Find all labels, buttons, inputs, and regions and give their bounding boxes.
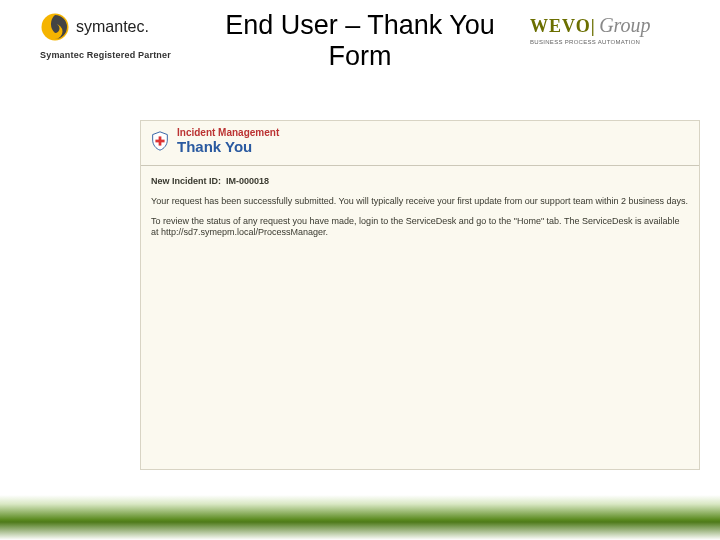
wevo-tagline: BUSINESS PROCESS AUTOMATION — [530, 39, 700, 45]
wevo-logo-block: WEVO| Group BUSINESS PROCESS AUTOMATION — [530, 14, 700, 45]
wevo-logo: WEVO| Group — [530, 14, 700, 37]
symantec-logo-block: symantec. Symantec Registered Partner — [40, 12, 190, 60]
incident-id-value: IM-000018 — [226, 176, 269, 186]
slide-title: End User – Thank You Form — [210, 10, 510, 72]
incident-id-line: New Incident ID: IM-000018 — [151, 176, 689, 186]
breadcrumb: Incident Management — [177, 127, 279, 138]
footer-bar — [0, 495, 720, 540]
slide: symantec. Symantec Registered Partner En… — [0, 0, 720, 540]
thank-you-panel: Incident Management Thank You New Incide… — [140, 120, 700, 470]
wevo-group: Group — [599, 14, 650, 36]
title-line-2: Form — [210, 41, 510, 72]
panel-body: New Incident ID: IM-000018 Your request … — [141, 166, 699, 257]
title-line-1: End User – Thank You — [210, 10, 510, 41]
symantec-wordmark: symantec. — [76, 18, 149, 36]
panel-header: Incident Management Thank You — [141, 121, 699, 166]
svg-rect-2 — [155, 140, 164, 143]
header: symantec. Symantec Registered Partner En… — [0, 8, 720, 78]
incident-shield-icon — [149, 130, 171, 152]
panel-header-texts: Incident Management Thank You — [177, 127, 279, 155]
confirmation-paragraph-2: To review the status of any request you … — [151, 216, 689, 239]
incident-id-label: New Incident ID: — [151, 176, 221, 186]
panel-heading: Thank You — [177, 138, 279, 155]
confirmation-paragraph-1: Your request has been successfully submi… — [151, 196, 689, 208]
symantec-tagline: Symantec Registered Partner — [40, 50, 190, 60]
symantec-swirl-icon — [40, 12, 70, 42]
symantec-logo: symantec. — [40, 12, 190, 42]
wevo-separator: | — [591, 16, 595, 36]
wevo-word: WEVO — [530, 16, 591, 36]
